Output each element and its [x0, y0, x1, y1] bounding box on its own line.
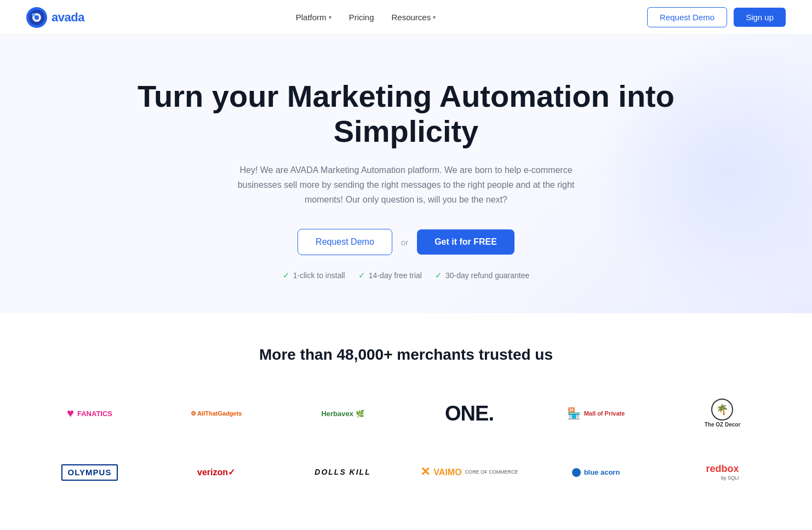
nav-resources[interactable]: Resources ▾	[384, 8, 443, 26]
hero-badges: ✓ 1-click to install ✓ 14-day free trial…	[26, 270, 786, 280]
logo-redbox: redbox by SQLI	[659, 454, 786, 489]
navbar: avada Platform ▾ Pricing Resources ▾ Req…	[0, 0, 812, 35]
badge-install: ✓ 1-click to install	[283, 270, 345, 280]
hero-title: Turn your Marketing Automation into Simp…	[132, 79, 680, 149]
logos-row-2: OLYMPUS verizon✓ DOLLS KILL ✕ VAIMO CORE…	[26, 454, 786, 489]
logo-allthatgadgets: ⚙ AllThatGadgets	[153, 401, 279, 426]
logo-mallofprivate: 🏪 Mall of Private	[533, 398, 659, 429]
svg-point-4	[32, 13, 35, 16]
nav-pricing[interactable]: Pricing	[341, 8, 382, 26]
logo-olympus: OLYMPUS	[26, 456, 153, 489]
hero-subtitle: Hey! We are AVADA Marketing Automation p…	[220, 163, 592, 208]
blueacorn-dot-icon	[572, 468, 581, 477]
vaimo-x-icon: ✕	[420, 465, 430, 479]
check-icon-refund: ✓	[435, 270, 442, 280]
logo-dollskill: DOLLS KILL	[279, 459, 406, 486]
logo-verizon: verizon✓	[153, 458, 279, 486]
badge-refund: ✓ 30-day refund guarantee	[435, 270, 529, 280]
logo-ozdecor: 🌴 The OZ Decor	[659, 390, 786, 437]
logos-row-1: ♥ FANATICS ⚙ AllThatGadgets Herbavex 🌿 O…	[26, 390, 786, 437]
fanatics-heart-icon: ♥	[67, 406, 74, 420]
avada-logo-icon	[26, 7, 47, 28]
hero-or-text: or	[401, 238, 408, 247]
hero-cta-group: Request Demo or Get it for FREE	[26, 229, 786, 255]
ozdecor-circle-icon: 🌴	[711, 399, 733, 420]
logo[interactable]: avada	[26, 7, 84, 28]
mall-icon: 🏪	[567, 407, 581, 420]
trusted-section: More than 48,000+ merchants trusted us ♥…	[0, 313, 812, 529]
nav-signup-button[interactable]: Sign up	[734, 8, 786, 27]
nav-actions: Request Demo Sign up	[647, 7, 786, 27]
logo-one: ONE.	[406, 393, 533, 435]
hero-get-free-button[interactable]: Get it for FREE	[417, 229, 514, 255]
check-icon-trial: ✓	[358, 270, 365, 280]
logo-fanatics: ♥ FANATICS	[26, 398, 153, 429]
hero-request-demo-button[interactable]: Request Demo	[298, 229, 392, 255]
hero-section: Turn your Marketing Automation into Simp…	[0, 35, 812, 313]
badge-trial: ✓ 14-day free trial	[358, 270, 422, 280]
svg-point-3	[35, 15, 39, 20]
resources-chevron-icon: ▾	[433, 14, 436, 20]
platform-chevron-icon: ▾	[329, 14, 331, 20]
logo-text: avada	[52, 10, 84, 25]
logo-blueacorn: blue acorn	[533, 459, 659, 486]
trusted-title: More than 48,000+ merchants trusted us	[26, 346, 786, 364]
nav-links: Platform ▾ Pricing Resources ▾	[288, 8, 443, 26]
logo-herbavex: Herbavex 🌿	[279, 401, 406, 427]
nav-platform[interactable]: Platform ▾	[288, 8, 339, 26]
logo-vaimo: ✕ VAIMO CORE OF COMMERCE	[406, 456, 533, 488]
check-icon-install: ✓	[283, 270, 290, 280]
nav-request-demo-button[interactable]: Request Demo	[647, 7, 727, 27]
